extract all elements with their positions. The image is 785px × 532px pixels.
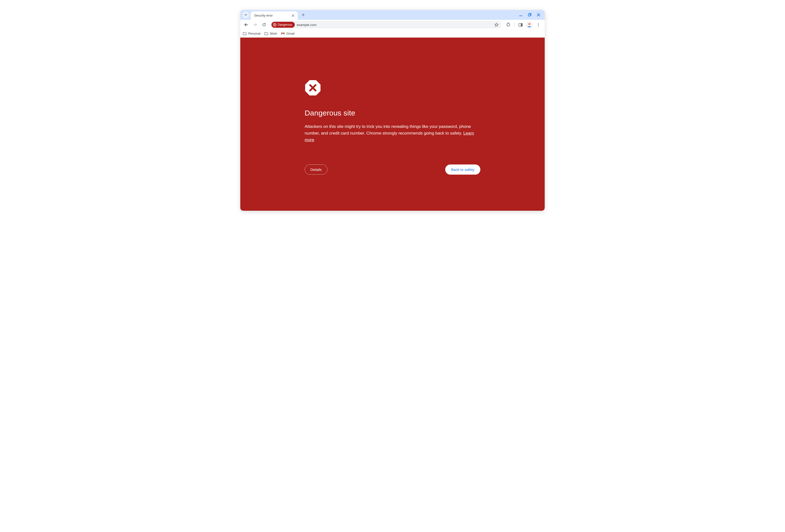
bookmark-folder-work[interactable]: Work: [264, 32, 277, 36]
security-chip[interactable]: Dangerous: [272, 22, 295, 28]
chevron-down-icon: [244, 14, 247, 16]
svg-point-8: [538, 26, 539, 26]
folder-icon: [243, 32, 247, 36]
minimize-button[interactable]: [518, 12, 523, 17]
side-panel-icon: [518, 23, 523, 27]
extensions-icon: [506, 23, 510, 27]
maximize-icon: [528, 13, 531, 17]
star-icon: [494, 23, 499, 27]
active-tab[interactable]: Security error: [251, 11, 298, 20]
avatar-icon: [526, 22, 532, 28]
details-button[interactable]: Details: [305, 164, 327, 175]
close-window-button[interactable]: [536, 12, 541, 17]
search-tabs-button[interactable]: [242, 11, 249, 18]
bookmark-label: Work: [270, 32, 277, 35]
plus-icon: [301, 13, 305, 17]
close-icon: [292, 14, 294, 17]
page-content: Dangerous site Attackers on this site mi…: [240, 37, 545, 211]
svg-point-6: [538, 23, 539, 24]
kebab-icon: [536, 23, 540, 27]
back-button[interactable]: [242, 21, 250, 29]
arrow-right-icon: [253, 23, 257, 27]
bookmark-folder-personal[interactable]: Personal: [243, 32, 260, 36]
svg-point-7: [538, 25, 539, 25]
folder-icon: [264, 32, 268, 36]
danger-chip-icon: [273, 23, 276, 26]
window-controls: [518, 12, 543, 17]
svg-rect-3: [521, 23, 522, 26]
side-panel-button[interactable]: [517, 21, 524, 28]
danger-octagon-icon: [305, 80, 321, 96]
arrow-left-icon: [244, 23, 249, 27]
svg-rect-0: [528, 14, 530, 16]
toolbar-divider: [514, 23, 514, 27]
reload-button[interactable]: [260, 21, 268, 29]
extensions-button[interactable]: [505, 21, 512, 28]
warning-title: Dangerous site: [305, 109, 480, 117]
svg-point-5: [528, 23, 530, 25]
button-row: Details Back to safety: [305, 164, 480, 175]
bookmark-star-button[interactable]: [494, 22, 499, 27]
bookmark-label: Personal: [248, 32, 260, 35]
warning-body: Attackers on this site might try to tric…: [305, 123, 480, 143]
chrome-menu-button[interactable]: [535, 21, 542, 28]
warning-container: Dangerous site Attackers on this site mi…: [300, 80, 485, 175]
back-to-safety-button[interactable]: Back to safety: [445, 164, 480, 175]
url-text: example.com: [297, 23, 492, 27]
toolbar-right: [504, 21, 543, 28]
address-bar[interactable]: Dangerous example.com: [271, 21, 501, 28]
tab-close-button[interactable]: [291, 14, 295, 18]
security-chip-label: Dangerous: [278, 23, 292, 26]
maximize-button[interactable]: [527, 12, 532, 17]
gmail-icon: [281, 32, 285, 36]
tab-title: Security error: [254, 14, 291, 17]
forward-button[interactable]: [251, 21, 259, 29]
bookmark-gmail[interactable]: Gmail: [281, 32, 295, 36]
reload-icon: [262, 23, 266, 27]
toolbar: Dangerous example.com: [240, 20, 545, 30]
close-icon: [537, 13, 540, 17]
profile-avatar[interactable]: [526, 22, 532, 28]
bookmarks-bar: Personal Work Gmail: [240, 30, 545, 37]
minimize-icon: [519, 13, 523, 17]
tab-strip: Security error: [240, 10, 545, 20]
bookmark-label: Gmail: [286, 32, 295, 35]
new-tab-button[interactable]: [300, 11, 307, 18]
warning-body-text: Attackers on this site might try to tric…: [305, 124, 471, 136]
browser-window: Security error: [240, 10, 545, 211]
